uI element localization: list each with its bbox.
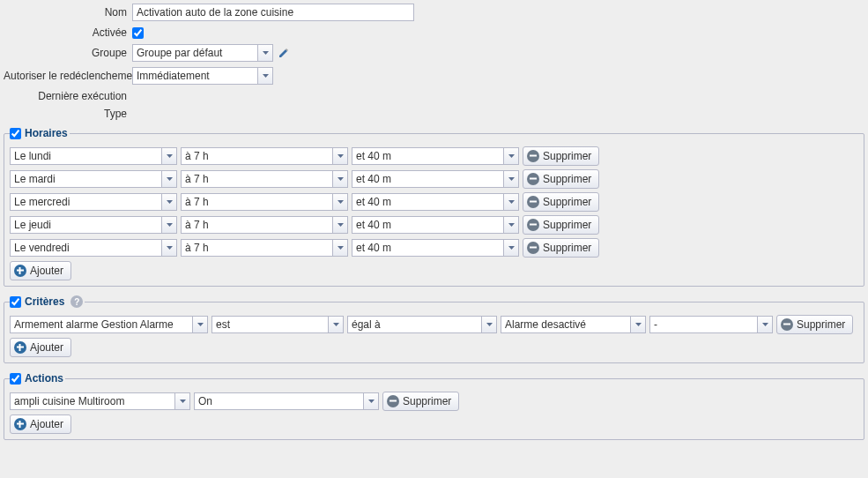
name-label: Nom bbox=[4, 6, 127, 19]
chevron-down-icon bbox=[161, 217, 176, 233]
minus-icon bbox=[387, 395, 399, 407]
schedule-hour-select[interactable]: à 7 h bbox=[181, 147, 348, 165]
chevron-down-icon bbox=[630, 317, 645, 332]
schedule-day-select[interactable]: Le mardi bbox=[10, 170, 177, 188]
svg-marker-21 bbox=[762, 323, 768, 326]
chevron-down-icon bbox=[332, 194, 347, 210]
svg-marker-19 bbox=[486, 323, 493, 326]
schedule-hour-select[interactable]: à 7 h bbox=[181, 216, 348, 234]
minus-icon bbox=[527, 173, 539, 185]
action-value-select[interactable]: On bbox=[194, 392, 379, 410]
plus-icon bbox=[14, 265, 26, 277]
delete-button[interactable]: Supprimer bbox=[776, 315, 853, 334]
schedule-row: Le jeudià 7 het 40 mSupprimer bbox=[10, 215, 858, 235]
schedule-minute-select[interactable]: et 40 m bbox=[352, 170, 519, 188]
chevron-down-icon bbox=[174, 393, 189, 409]
svg-marker-4 bbox=[508, 154, 515, 158]
group-select[interactable]: Groupe par défaut bbox=[132, 44, 273, 62]
svg-marker-3 bbox=[338, 154, 344, 158]
chevron-down-icon bbox=[503, 148, 518, 164]
schedule-minute-select[interactable]: et 40 m bbox=[352, 147, 519, 165]
svg-marker-15 bbox=[338, 246, 344, 250]
minus-icon bbox=[527, 242, 539, 254]
delete-button[interactable]: Supprimer bbox=[523, 169, 599, 189]
svg-marker-2 bbox=[167, 154, 173, 158]
active-checkbox[interactable] bbox=[132, 27, 144, 39]
schedules-add-button[interactable]: Ajouter bbox=[10, 261, 71, 280]
chevron-down-icon bbox=[161, 171, 176, 187]
svg-marker-8 bbox=[167, 200, 173, 204]
schedules-title: Horaires bbox=[25, 127, 68, 139]
chevron-down-icon bbox=[332, 240, 347, 256]
chevron-down-icon bbox=[161, 240, 176, 256]
schedules-section: Horaires Le lundià 7 het 40 mSupprimerLe… bbox=[4, 127, 864, 287]
schedule-row: Le vendredià 7 het 40 mSupprimer bbox=[10, 238, 858, 258]
group-label: Groupe bbox=[4, 47, 127, 59]
help-icon[interactable]: ? bbox=[70, 295, 83, 308]
criteria-add-button[interactable]: Ajouter bbox=[10, 338, 71, 357]
delete-button[interactable]: Supprimer bbox=[523, 238, 599, 258]
criteria-op-select[interactable]: égal à bbox=[347, 316, 497, 333]
criteria-value-select[interactable]: Alarme desactivé bbox=[501, 316, 646, 333]
chevron-down-icon bbox=[363, 393, 378, 409]
chevron-down-icon bbox=[757, 317, 772, 332]
svg-marker-9 bbox=[338, 200, 344, 204]
schedule-hour-select[interactable]: à 7 h bbox=[181, 239, 348, 257]
minus-icon bbox=[781, 318, 793, 331]
schedule-minute-select[interactable]: et 40 m bbox=[352, 216, 519, 234]
criteria-title: Critères bbox=[25, 295, 64, 308]
delete-button[interactable]: Supprimer bbox=[523, 192, 599, 212]
svg-marker-7 bbox=[508, 177, 515, 181]
schedule-day-select[interactable]: Le jeudi bbox=[10, 216, 177, 234]
chevron-down-icon bbox=[161, 194, 176, 210]
schedule-day-select[interactable]: Le vendredi bbox=[10, 239, 177, 257]
chevron-down-icon bbox=[332, 171, 347, 187]
svg-marker-0 bbox=[263, 51, 269, 55]
chevron-down-icon bbox=[503, 171, 518, 187]
schedule-day-select[interactable]: Le mercredi bbox=[10, 193, 177, 211]
delete-button[interactable]: Supprimer bbox=[523, 146, 599, 166]
name-input[interactable] bbox=[132, 4, 414, 21]
criteria-row: Armement alarme Gestion Alarmeestégal àA… bbox=[10, 315, 858, 334]
schedule-minute-select[interactable]: et 40 m bbox=[352, 239, 519, 257]
last-exec-label: Dernière exécution bbox=[4, 90, 127, 102]
svg-marker-6 bbox=[338, 177, 344, 181]
criteria-field-select[interactable]: Armement alarme Gestion Alarme bbox=[10, 316, 208, 333]
chevron-down-icon bbox=[192, 317, 207, 332]
chevron-down-icon bbox=[503, 217, 518, 233]
minus-icon bbox=[527, 219, 539, 231]
action-target-select[interactable]: ampli cuisine Multiroom bbox=[10, 392, 190, 410]
svg-marker-23 bbox=[368, 400, 375, 403]
chevron-down-icon bbox=[257, 68, 272, 84]
chevron-down-icon bbox=[328, 317, 343, 332]
criteria-extra-select[interactable]: - bbox=[649, 316, 773, 333]
actions-toggle[interactable] bbox=[10, 373, 21, 385]
plus-icon bbox=[14, 418, 26, 430]
chevron-down-icon bbox=[332, 148, 347, 164]
retrigger-select[interactable]: Immédiatement bbox=[132, 67, 273, 85]
retrigger-label: Autoriser le redéclenchement ? bbox=[4, 70, 127, 83]
svg-marker-12 bbox=[338, 223, 344, 227]
chevron-down-icon bbox=[503, 240, 518, 256]
schedule-row: Le mardià 7 het 40 mSupprimer bbox=[10, 169, 858, 189]
criteria-section: Critères ? Armement alarme Gestion Alarm… bbox=[4, 295, 864, 363]
svg-marker-10 bbox=[508, 200, 515, 204]
actions-section: Actions ampli cuisine MultiroomOnSupprim… bbox=[4, 372, 864, 440]
delete-button[interactable]: Supprimer bbox=[523, 215, 599, 235]
actions-add-button[interactable]: Ajouter bbox=[10, 415, 71, 434]
chevron-down-icon bbox=[257, 45, 272, 61]
schedule-day-select[interactable]: Le lundi bbox=[10, 147, 177, 165]
minus-icon bbox=[527, 150, 539, 162]
schedule-minute-select[interactable]: et 40 m bbox=[352, 193, 519, 211]
criteria-toggle[interactable] bbox=[10, 296, 21, 308]
general-settings-form: Nom Activée Groupe Groupe par défaut Aut… bbox=[4, 4, 864, 120]
action-row: ampli cuisine MultiroomOnSupprimer bbox=[10, 392, 858, 411]
actions-title: Actions bbox=[25, 372, 63, 385]
criteria-verb-select[interactable]: est bbox=[211, 316, 344, 333]
edit-group-button[interactable] bbox=[277, 46, 291, 60]
delete-button[interactable]: Supprimer bbox=[382, 392, 459, 411]
schedules-toggle[interactable] bbox=[10, 128, 21, 139]
schedule-hour-select[interactable]: à 7 h bbox=[181, 193, 348, 211]
schedule-hour-select[interactable]: à 7 h bbox=[181, 170, 348, 188]
svg-marker-14 bbox=[167, 246, 173, 250]
